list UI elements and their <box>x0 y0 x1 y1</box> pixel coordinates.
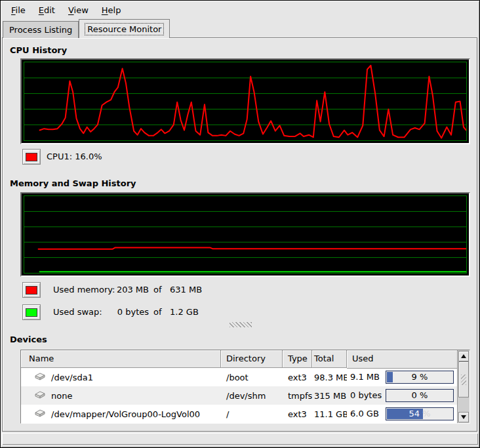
usage-progress-fill: 54 % <box>387 409 423 419</box>
usage-progress-fill: 9 % <box>387 372 393 382</box>
memory-swap-chart <box>20 192 470 277</box>
used-memory-of: of <box>153 282 162 298</box>
menu-view[interactable]: View <box>62 3 95 17</box>
cpu-history-title: CPU History <box>10 45 67 55</box>
memory-swap-title: Memory and Swap History <box>10 178 136 188</box>
column-header-total[interactable]: Total <box>312 350 347 368</box>
devices-table-body: Name Directory Type Total Used /dev/sda1… <box>21 350 457 423</box>
status-bar <box>2 433 478 445</box>
swap-color-swatch <box>26 308 37 317</box>
device-total: 98.3 MB <box>312 373 347 382</box>
used-swap-total: 1.2 GB <box>170 304 199 320</box>
menu-bar: File Edit View Help <box>1 1 479 19</box>
device-name: /dev/sda1 <box>51 373 93 382</box>
tab-resource-monitor[interactable]: Resource Monitor <box>79 19 170 38</box>
device-name: none <box>51 391 72 401</box>
tab-strip: Process Listing Resource Monitor <box>3 19 170 38</box>
memory-color-swatch-button[interactable] <box>22 282 41 298</box>
column-header-type[interactable]: Type <box>283 350 312 368</box>
used-memory-value: 203 MB <box>92 282 149 298</box>
used-memory-total: 631 MB <box>170 282 202 298</box>
menu-edit[interactable]: Edit <box>32 3 62 17</box>
scroll-up-button[interactable] <box>458 351 469 361</box>
device-row-none[interactable]: none /dev/shm tmpfs 315 MB 0 bytes 0 % 0… <box>21 386 457 405</box>
memory-color-swatch <box>26 286 37 295</box>
device-directory: /dev/shm <box>221 391 283 401</box>
device-total: 315 MB <box>312 391 347 401</box>
devices-vertical-scrollbar[interactable] <box>457 350 470 423</box>
tab-process-listing[interactable]: Process Listing <box>3 21 79 38</box>
device-used: 9.1 MB <box>350 368 380 386</box>
devices-title: Devices <box>10 335 47 344</box>
usage-progress-bar: 54 % 54 % <box>386 407 454 420</box>
cpu-history-chart <box>20 58 470 144</box>
memory-swap-plot <box>24 195 467 274</box>
device-type: ext3 <box>283 409 312 419</box>
used-swap-of: of <box>153 304 162 320</box>
device-used: 0 bytes <box>350 386 382 405</box>
devices-table: Name Directory Type Total Used /dev/sda1… <box>20 350 470 424</box>
menu-help[interactable]: Help <box>95 3 128 17</box>
device-type: tmpfs <box>283 391 312 401</box>
scrollbar-thumb[interactable] <box>458 361 469 397</box>
device-name: /dev/mapper/VolGroup00-LogVol00 <box>51 409 200 419</box>
harddisk-icon <box>34 390 46 401</box>
column-header-used[interactable]: Used <box>347 350 457 369</box>
device-directory: / <box>221 409 283 419</box>
tab-process-listing-label: Process Listing <box>9 22 72 38</box>
tab-resource-monitor-label: Resource Monitor <box>85 24 163 35</box>
thumb-grip-icon <box>461 375 466 385</box>
arrow-up-icon <box>461 354 466 358</box>
usage-percent-label: 9 % <box>386 371 453 383</box>
device-row-sda1[interactable]: /dev/sda1 /boot ext3 98.3 MB 9.1 MB 9 % … <box>21 368 457 386</box>
swap-color-swatch-button[interactable] <box>22 304 41 320</box>
usage-progress-bar: 0 % 0 % <box>386 389 454 402</box>
devices-table-header: Name Directory Type Total Used <box>21 350 457 368</box>
device-type: ext3 <box>283 373 312 382</box>
cpu-legend-label: CPU1: 16.0% <box>47 149 102 165</box>
device-used: 6.0 GB <box>350 405 379 423</box>
menu-file[interactable]: File <box>5 3 32 17</box>
column-header-directory[interactable]: Directory <box>221 350 283 368</box>
cpu-history-plot <box>24 62 467 141</box>
usage-progress-bar: 9 % 9 % <box>386 371 454 384</box>
scroll-down-button[interactable] <box>458 412 469 422</box>
cpu-color-swatch-button[interactable] <box>22 149 41 165</box>
device-directory: /boot <box>221 373 283 382</box>
harddisk-icon <box>34 371 46 383</box>
cpu-color-swatch <box>26 153 37 161</box>
harddisk-icon <box>34 408 46 420</box>
resource-monitor-page: CPU History CPU1: 16.0% Memory and Swap … <box>2 37 477 432</box>
device-total: 11.1 GB <box>312 409 347 419</box>
used-swap-value: 0 bytes <box>92 304 149 320</box>
pane-resize-grip[interactable] <box>230 322 252 327</box>
column-header-name[interactable]: Name <box>21 350 221 368</box>
usage-percent-label: 0 % <box>386 390 453 401</box>
device-row-volgroup[interactable]: /dev/mapper/VolGroup00-LogVol00 / ext3 1… <box>21 405 457 423</box>
arrow-down-icon <box>461 415 466 419</box>
app-window: File Edit View Help Process Listing Reso… <box>0 0 480 448</box>
